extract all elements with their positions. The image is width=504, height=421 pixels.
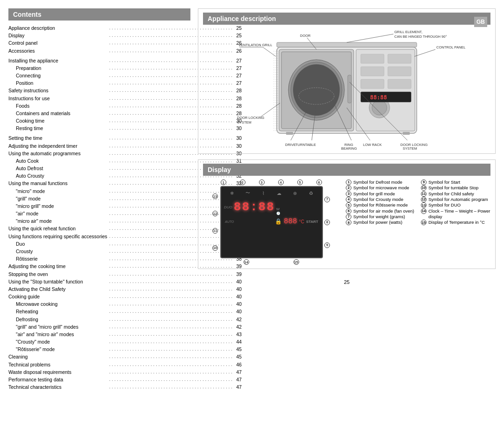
rotisserie-icon: ⊕	[293, 191, 297, 196]
legend-item: 9Symbol for Start	[421, 179, 490, 185]
toc-title: Using the manual functions	[8, 179, 109, 187]
legend-text: Clock – Time – Weight – Power display	[428, 208, 490, 220]
toc-title: Using the quick reheat function	[8, 225, 109, 232]
svg-point-16	[372, 100, 387, 115]
toc-title: Adjusting the independent timer	[8, 142, 109, 150]
page-number: 25	[198, 279, 496, 285]
legend-item: 12Symbol for Automatic program	[421, 197, 490, 202]
svg-text:CONTROL PANEL: CONTROL PANEL	[436, 45, 466, 49]
svg-rect-19	[277, 42, 417, 47]
svg-text:TURNTABLE: TURNTABLE	[295, 143, 316, 147]
legend-item: 4Symbol for Crousty mode	[346, 197, 415, 202]
legend-num: 14	[421, 208, 427, 214]
toc-title: "air" mode	[8, 210, 109, 217]
toc-title: Connecting	[8, 72, 109, 79]
svg-text:BEARING: BEARING	[341, 146, 357, 150]
toc-title: Foods	[8, 102, 109, 110]
toc-title: Activating the Child Safety	[8, 285, 109, 293]
display-legend: 1Symbol for Defrost mode2Symbol for micr…	[346, 179, 490, 265]
toc-title: Cleaning	[8, 353, 109, 360]
svg-text:CAN BE HINGED THROUGH 90°: CAN BE HINGED THROUGH 90°	[394, 35, 447, 39]
appliance-header: Appliance description	[203, 13, 490, 25]
toc-title: "micro air" mode	[8, 217, 109, 225]
pos-num-5: 5	[297, 179, 304, 185]
toc-title: "Crousty" mode	[8, 338, 109, 345]
toc-title: Using the automatic programmes	[8, 150, 109, 157]
svg-rect-14	[388, 79, 411, 89]
legend-item: 7Symbol for weight (grams)	[346, 214, 415, 220]
toc-title: Stopping the oven	[8, 270, 109, 278]
svg-rect-9	[361, 54, 384, 63]
toc-title: Instructions for use	[8, 95, 109, 102]
pos-num-11: 11	[212, 228, 219, 234]
legend-num: 5	[346, 202, 351, 208]
auto-label: AUTO	[225, 220, 234, 223]
air-icon: ♻	[309, 191, 313, 196]
legend-text: Symbol for turntable Stop	[428, 185, 478, 191]
svg-text:VENTILATION GRILL: VENTILATION GRILL	[238, 43, 272, 47]
toc-title: "air" and "micro air" modes	[8, 331, 109, 338]
lock-icon: 🔒	[275, 218, 282, 225]
legend-item: 11Symbol for Child safety	[421, 191, 490, 197]
microwave-icon: 〜	[245, 190, 250, 196]
pos-num-10: 10	[212, 245, 219, 251]
legend-text: Symbol for DUO	[428, 202, 461, 208]
toc-title: Control panel	[8, 39, 109, 47]
legend-num: 6	[346, 208, 351, 214]
w-label: W	[276, 207, 280, 211]
svg-text:DOOR: DOOR	[300, 34, 311, 38]
pos-num-7: 7	[324, 197, 331, 202]
toc-title: "micro" mode	[8, 187, 109, 195]
toc-title: Technical problems	[8, 361, 109, 368]
toc-title: Cooking time	[8, 117, 109, 124]
toc-title: Technical characteristics	[8, 383, 109, 391]
svg-point-5	[293, 64, 340, 116]
legend-item: 6Symbol for air mode (fan oven)	[346, 208, 415, 214]
toc-title: Installing the appliance	[8, 57, 109, 64]
legend-item: 10Symbol for turntable Stop	[421, 185, 490, 191]
temp-display: 888	[284, 217, 297, 226]
display-inner: 1 2 3 4 5 6 13 12 11 10	[203, 179, 490, 265]
toc-title: Auto Crousty	[8, 172, 109, 179]
toc-title: Appliance description	[8, 24, 109, 32]
svg-text:SYSTEM: SYSTEM	[237, 120, 252, 124]
legend-text: Symbol for Rôtisserie mode	[353, 202, 408, 208]
svg-rect-11	[361, 67, 384, 76]
legend-item: 13Symbol for DUO	[421, 202, 490, 208]
toc-title: Preparation	[8, 64, 109, 72]
pos-num-15: 15	[294, 259, 300, 265]
legend-num: 1	[346, 179, 351, 185]
legend-item: 8Symbol for power (watts)	[346, 220, 415, 225]
toc-title: Using functions requiring specific acces…	[8, 233, 109, 240]
appliance-svg: 88:88 VENTILATION GRILL	[203, 28, 490, 150]
legend-num: 9	[421, 179, 427, 185]
legend-text: Display of Temperature in °C	[428, 220, 485, 225]
svg-rect-23	[286, 132, 293, 135]
grill-icon: ⌇	[262, 191, 265, 196]
defrost-icon: ❄	[230, 191, 234, 196]
legend-item: 3Symbol for grill mode	[346, 191, 415, 197]
time-display: 88:88	[234, 200, 275, 214]
legend-num: 10	[421, 185, 427, 191]
pos-num-4: 4	[278, 179, 285, 185]
pos-num-2: 2	[240, 179, 246, 185]
legend-item: 1Symbol for Defrost mode	[346, 179, 415, 185]
svg-text:LOW RACK: LOW RACK	[363, 143, 382, 147]
pos-num-13: 13	[212, 193, 219, 199]
pos-num-12: 12	[212, 211, 219, 216]
toc-title: Cooking guide	[8, 293, 109, 300]
toc-title: Adjusting the cooking time	[8, 262, 109, 270]
start-label: START	[306, 220, 318, 224]
legend-text: Symbol for air mode (fan oven)	[353, 208, 414, 214]
legend-item: 15Display of Temperature in °C	[421, 220, 490, 225]
display-screen: ❄ 〜 ⌇ ☁ ⊕ ♻ DUO 88:88	[220, 186, 323, 258]
toc-title: Crousty	[8, 248, 109, 255]
toc-title: Waste disposal requirements	[8, 368, 109, 376]
pos-num-8: 8	[324, 220, 331, 225]
pos-num-14: 14	[244, 259, 250, 265]
legend-text: Symbol for Crousty mode	[353, 197, 403, 202]
toc-title: Microwave cooking	[8, 300, 109, 308]
toc-title: Auto Cook	[8, 157, 109, 165]
toc-title: "micro grill" mode	[8, 202, 109, 210]
svg-text:88:88: 88:88	[370, 94, 387, 101]
